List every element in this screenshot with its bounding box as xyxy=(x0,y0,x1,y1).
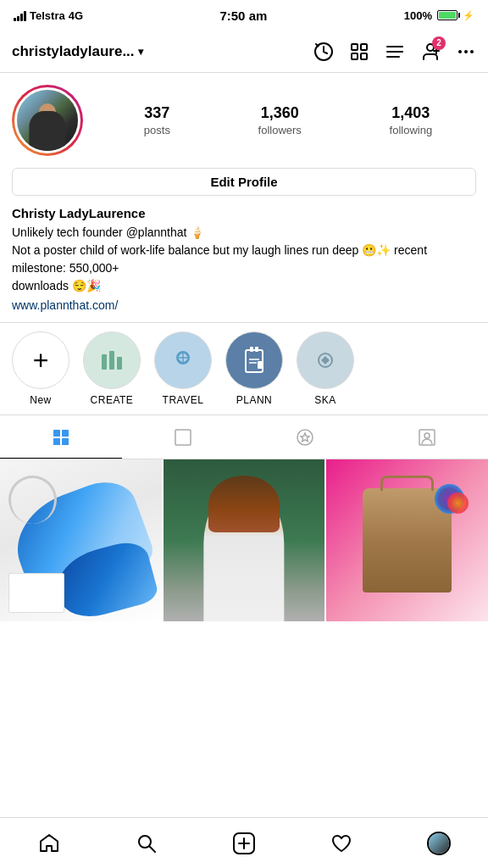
highlight-plann[interactable]: PLANN xyxy=(225,331,283,406)
highlight-circle-new: + xyxy=(12,331,69,389)
svg-rect-4 xyxy=(361,53,367,59)
svg-rect-25 xyxy=(258,361,263,369)
svg-rect-15 xyxy=(109,351,114,370)
tab-tagged[interactable] xyxy=(244,415,366,459)
highlight-circle-ska xyxy=(297,331,354,389)
username-text: christyladylaure... xyxy=(12,43,135,60)
status-bar: Telstra 4G 7:50 am 100% ⚡ xyxy=(0,0,488,31)
grid-item-2[interactable] xyxy=(164,459,325,621)
highlight-circle-travel xyxy=(154,331,212,389)
highlight-label-new: New xyxy=(30,394,52,406)
nav-icons: 2 xyxy=(313,42,476,62)
svg-point-11 xyxy=(458,50,462,53)
svg-rect-31 xyxy=(175,430,191,445)
tab-profile[interactable] xyxy=(366,415,488,459)
bio-section: Christy LadyLaurence Unlikely tech found… xyxy=(0,206,488,322)
tabs-bar xyxy=(0,415,488,459)
history-icon[interactable] xyxy=(313,42,334,62)
camera-scan-icon[interactable] xyxy=(349,42,369,62)
highlight-label-ska: SKA xyxy=(314,394,336,406)
grid-item-3[interactable] xyxy=(326,459,488,621)
home-icon xyxy=(38,832,60,854)
svg-rect-2 xyxy=(361,44,367,50)
status-right: 100% ⚡ xyxy=(404,9,474,22)
avatar-ring[interactable] xyxy=(12,85,83,156)
more-options-icon[interactable] xyxy=(456,42,476,62)
svg-point-13 xyxy=(470,50,474,53)
carrier-label: Telstra xyxy=(30,9,65,22)
svg-rect-28 xyxy=(62,430,69,437)
highlight-label-plann: PLANN xyxy=(236,394,273,406)
bio-text: Unlikely tech founder @plannthat 🍦Not a … xyxy=(12,224,476,295)
username-chevron-icon: ▾ xyxy=(138,46,143,58)
svg-rect-1 xyxy=(352,44,358,50)
star-icon xyxy=(295,426,315,448)
following-stat[interactable]: 1,403 following xyxy=(390,104,433,137)
bio-link[interactable]: www.plannthat.com/ xyxy=(12,298,476,312)
edit-profile-button[interactable]: Edit Profile xyxy=(12,168,476,196)
followers-count: 1,360 xyxy=(258,104,302,122)
posts-label: posts xyxy=(144,124,170,136)
following-label: following xyxy=(390,124,433,136)
profile-avatar-thumb xyxy=(427,832,451,855)
followers-label: followers xyxy=(258,124,302,136)
nav-bar: christyladylaure... ▾ xyxy=(0,31,488,73)
highlight-label-create: CREATE xyxy=(91,394,134,406)
profile-stats: 337 posts 1,360 followers 1,403 followin… xyxy=(100,104,476,137)
svg-marker-33 xyxy=(301,433,309,442)
avatar-image xyxy=(17,90,78,151)
nav-add[interactable] xyxy=(223,825,265,862)
charging-icon: ⚡ xyxy=(463,10,474,21)
nav-profile[interactable] xyxy=(418,825,460,862)
heart-icon xyxy=(330,832,352,854)
svg-rect-16 xyxy=(117,357,122,370)
battery-icon xyxy=(437,10,458,20)
svg-rect-14 xyxy=(102,354,107,370)
highlight-circle-plann xyxy=(225,331,283,389)
menu-lines-icon[interactable] xyxy=(385,42,405,62)
network-label: 4G xyxy=(69,9,83,22)
profile-name: Christy LadyLaurence xyxy=(12,206,476,220)
add-person-icon[interactable]: 2 xyxy=(420,42,441,62)
highlight-travel[interactable]: TRAVEL xyxy=(154,331,212,406)
profile-avatar-image xyxy=(429,833,449,854)
highlight-new[interactable]: + New xyxy=(12,331,69,406)
svg-line-37 xyxy=(149,846,155,852)
photo-grid xyxy=(0,459,488,621)
highlight-ska[interactable]: SKA xyxy=(297,331,354,406)
highlight-circle-create xyxy=(83,331,141,389)
highlights-section: + New CREATE TRAVEL xyxy=(0,322,488,415)
tab-grid[interactable] xyxy=(0,415,122,459)
notification-badge: 2 xyxy=(432,36,446,50)
grid-item-1[interactable] xyxy=(0,459,162,621)
svg-rect-3 xyxy=(352,53,358,59)
svg-rect-21 xyxy=(250,347,253,352)
nav-home[interactable] xyxy=(28,825,70,862)
avatar xyxy=(14,87,80,153)
battery-percentage: 100% xyxy=(404,9,432,22)
person-icon xyxy=(417,426,437,448)
svg-rect-22 xyxy=(255,347,258,352)
grid-icon xyxy=(51,426,71,448)
posts-stat[interactable]: 337 posts xyxy=(144,104,170,137)
highlight-create[interactable]: CREATE xyxy=(83,331,141,406)
following-count: 1,403 xyxy=(390,104,433,122)
bottom-nav xyxy=(0,817,488,868)
svg-rect-29 xyxy=(53,438,60,445)
svg-point-12 xyxy=(464,50,468,53)
username-dropdown[interactable]: christyladylaure... ▾ xyxy=(12,43,143,60)
nav-activity[interactable] xyxy=(320,825,363,862)
posts-count: 337 xyxy=(144,104,170,122)
time-label: 7:50 am xyxy=(219,8,267,23)
profile-header: 337 posts 1,360 followers 1,403 followin… xyxy=(0,73,488,196)
profile-top: 337 posts 1,360 followers 1,403 followin… xyxy=(12,85,476,156)
tab-list[interactable] xyxy=(122,415,244,459)
followers-stat[interactable]: 1,360 followers xyxy=(258,104,302,137)
search-icon xyxy=(136,832,158,854)
status-left: Telstra 4G xyxy=(14,9,83,22)
svg-rect-27 xyxy=(53,430,60,437)
list-icon xyxy=(173,426,193,448)
nav-search[interactable] xyxy=(125,825,168,862)
add-icon xyxy=(231,831,257,856)
signal-icon xyxy=(14,9,26,21)
